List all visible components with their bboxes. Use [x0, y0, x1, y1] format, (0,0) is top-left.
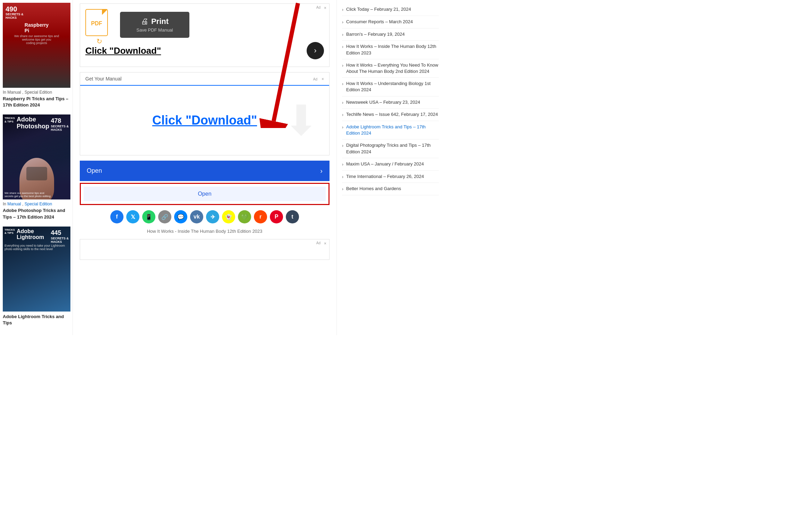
sidebar-link[interactable]: ›Barron's – February 19, 2024: [342, 28, 439, 41]
share-reddit-button[interactable]: r: [254, 210, 267, 223]
mag-cover-lightroom: TRICKS& TIPS AdobeLightroom 445 SECRETS …: [3, 227, 70, 312]
mag-title: Adobe Photoshop Tricks and Tips – 17th E…: [3, 207, 70, 220]
ad-box-2: Get Your Manual Ad × ⬇ Click "Download": [80, 72, 330, 155]
bottom-link: How It Works - Inside The Human Body 12t…: [80, 229, 330, 234]
share-vk-button[interactable]: vk: [190, 210, 203, 223]
chevron-right-icon: ›: [342, 143, 343, 149]
chevron-right-icon: ›: [342, 162, 343, 168]
sidebar-link[interactable]: ›Newsweek USA – February 23, 2024: [342, 96, 439, 109]
print-button[interactable]: 🖨 Print Save PDF Manual: [120, 12, 189, 38]
share-tumblr-button[interactable]: t: [286, 210, 299, 223]
chevron-right-icon: ›: [342, 32, 343, 38]
ad-label: Ad: [316, 6, 320, 9]
click-download-heading: Click "Download": [85, 45, 324, 56]
chevron-right-icon: ›: [342, 100, 343, 106]
chevron-right-icon: ›: [342, 7, 343, 13]
bottom-link-anchor[interactable]: How It Works - Inside The Human Body 12t…: [147, 229, 263, 234]
close-icon-3[interactable]: ×: [324, 241, 326, 246]
sidebar-link-text: Barron's – February 19, 2024: [346, 31, 405, 37]
sidebar-link-text: Digital Photography Tricks and Tips – 17…: [346, 142, 439, 155]
share-facebook-button[interactable]: f: [110, 210, 123, 223]
sidebar-link[interactable]: ›Better Homes and Gardens: [342, 183, 439, 195]
open-bar[interactable]: Open ›: [80, 161, 330, 181]
sidebar-link-text: Adobe Lightroom Tricks and Tips – 17th E…: [346, 124, 439, 136]
ad-top-content: PDF ↻ 🖨 Print Save PDF Manual: [85, 9, 324, 40]
next-button[interactable]: ›: [307, 42, 324, 59]
sidebar-link[interactable]: ›How it Works – Everything You Need To K…: [342, 59, 439, 78]
sidebar-link[interactable]: ›Consumer Reports – March 2024: [342, 16, 439, 28]
close-icon-2[interactable]: ×: [322, 77, 324, 82]
left-sidebar: 490 SECRETS &HACKS RaspberryPi We share …: [0, 0, 73, 335]
sidebar-link[interactable]: ›Click Today – February 21, 2024: [342, 3, 439, 16]
chevron-right-icon: ›: [342, 63, 343, 69]
open-bar-label: Open: [87, 167, 102, 174]
click-download-blue: Click "Download": [152, 113, 257, 128]
sidebar-link-text: Better Homes and Gardens: [346, 186, 401, 192]
share-link-button[interactable]: 🔗: [158, 210, 171, 223]
mag-cover-raspberry: 490 SECRETS &HACKS RaspberryPi We share …: [3, 3, 70, 88]
open-button[interactable]: Open: [84, 187, 326, 201]
ad-label-3: Ad: [316, 241, 320, 245]
share-telegram-button[interactable]: ✈: [206, 210, 219, 223]
ad-box-inner: ⬇ Click "Download": [80, 86, 329, 155]
sidebar-link-text: Techlife News – Issue 642, February 17, …: [346, 111, 438, 118]
share-twitter-button[interactable]: 𝕏: [126, 210, 139, 223]
main-content: Ad × PDF ↻ 🖨 Print Save PD: [73, 0, 336, 335]
share-wechat-button[interactable]: 💚: [238, 210, 251, 223]
chevron-right-icon: ›: [342, 44, 343, 50]
ad-box-1: Ad × PDF ↻ 🖨 Print Save PD: [80, 3, 330, 67]
sidebar-link[interactable]: ›How It Works – Inside The Human Body 12…: [342, 41, 439, 59]
close-icon[interactable]: ×: [324, 6, 326, 10]
sidebar-link[interactable]: ›Maxim USA – January / February 2024: [342, 158, 439, 171]
sidebar-link[interactable]: ›Adobe Lightroom Tricks and Tips – 17th …: [342, 121, 439, 139]
list-item: 490 SECRETS &HACKS RaspberryPi We share …: [3, 3, 70, 108]
pdf-icon: PDF ↻: [85, 9, 113, 40]
sidebar-link-text: How It Works – Understanding Biology 1st…: [346, 80, 439, 93]
sidebar-link-text: How It Works – Inside The Human Body 12t…: [346, 43, 439, 56]
list-item: TRICKS& TIPS AdobePhotoshop 478 SECRETS …: [3, 114, 70, 220]
sidebar-link-text: Time International – February 26, 2024: [346, 173, 424, 180]
open-bar-arrow-icon: ›: [320, 167, 323, 175]
sidebar-link-text: Click Today – February 21, 2024: [346, 6, 411, 12]
bg-icon: ⬇: [284, 96, 319, 145]
share-snapchat-button[interactable]: 👻: [222, 210, 235, 223]
sidebar-link-text: Consumer Reports – March 2024: [346, 19, 413, 25]
ad-box-header: Get Your Manual Ad ×: [80, 73, 329, 86]
ad-box-3: Ad ×: [80, 239, 330, 260]
right-sidebar: ›Click Today – February 21, 2024›Consume…: [336, 0, 444, 335]
sidebar-link[interactable]: ›Techlife News – Issue 642, February 17,…: [342, 109, 439, 121]
sidebar-link-text: Newsweek USA – February 23, 2024: [346, 99, 420, 105]
sidebar-link[interactable]: ›How It Works – Understanding Biology 1s…: [342, 78, 439, 96]
mag-cover-photoshop: TRICKS& TIPS AdobePhotoshop 478 SECRETS …: [3, 114, 70, 199]
in-label: In Manual , Special Edition: [3, 90, 70, 95]
get-your-manual-label: Get Your Manual: [85, 76, 121, 82]
mag-title: Raspberry Pi Tricks and Tips – 17th Edit…: [3, 96, 70, 108]
print-button-label: Print: [151, 17, 169, 26]
share-messenger-button[interactable]: 💬: [174, 210, 187, 223]
print-button-sub: Save PDF Manual: [130, 27, 179, 33]
mag-title: Adobe Lightroom Tricks and Tips: [3, 314, 70, 326]
chevron-right-icon: ›: [342, 112, 343, 118]
sidebar-link-text: Maxim USA – January / February 2024: [346, 161, 424, 167]
chevron-right-icon: ›: [342, 125, 343, 130]
chevron-right-icon: ›: [342, 19, 343, 25]
list-item: TRICKS& TIPS AdobeLightroom 445 SECRETS …: [3, 227, 70, 326]
chevron-right-icon: ›: [342, 174, 343, 180]
chevron-right-icon: ›: [342, 186, 343, 192]
share-pinterest-button[interactable]: P: [270, 210, 283, 223]
sidebar-link[interactable]: ›Digital Photography Tricks and Tips – 1…: [342, 139, 439, 158]
share-icons-row: f 𝕏 📱 🔗 💬 vk ✈ 👻 💚 r P t: [80, 210, 330, 223]
sidebar-link[interactable]: ›Time International – February 26, 2024: [342, 171, 439, 183]
in-label: In Manual , Special Edition: [3, 202, 70, 206]
share-whatsapp-button[interactable]: 📱: [142, 210, 155, 223]
chevron-right-icon: ›: [342, 81, 343, 87]
open-input-container: Open: [80, 183, 330, 205]
sidebar-link-text: How it Works – Everything You Need To Kn…: [346, 62, 439, 75]
ad-label-2: Ad: [313, 77, 317, 81]
right-sidebar-links: ›Click Today – February 21, 2024›Consume…: [342, 3, 439, 195]
